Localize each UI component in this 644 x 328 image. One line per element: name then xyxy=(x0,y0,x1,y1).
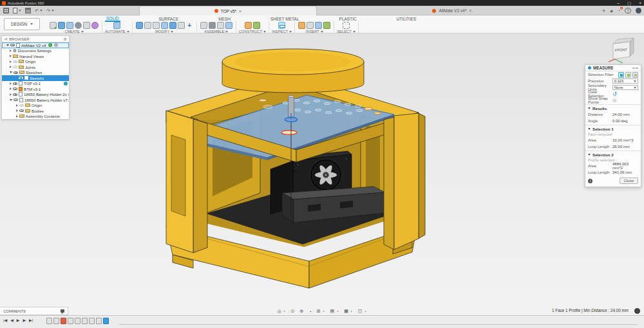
measure-highlight-red-circle[interactable] xyxy=(281,131,297,134)
grid-snaps-icon[interactable] xyxy=(344,309,353,314)
zoom-icon[interactable] xyxy=(308,309,311,314)
filter-body-icon[interactable] xyxy=(625,72,631,78)
new-tab-icon[interactable] xyxy=(602,8,605,14)
press-pull-icon[interactable] xyxy=(136,22,143,29)
browser-item-root[interactable]: AltMate V2 v4 xyxy=(2,42,69,48)
filter-face-icon[interactable] xyxy=(618,72,624,78)
step-forward-icon[interactable] xyxy=(23,318,26,322)
group-label[interactable]: MODIFY xyxy=(155,30,170,33)
visibility-eye-icon[interactable] xyxy=(13,82,17,85)
visibility-eye-icon[interactable] xyxy=(14,71,18,74)
create-sketch-icon[interactable] xyxy=(50,22,57,29)
comment-bubble-icon[interactable] xyxy=(61,309,64,313)
tab-sheet-metal[interactable]: SHEET METAL xyxy=(269,17,301,21)
viewcube[interactable]: FRONT xyxy=(607,33,640,67)
file-menu-icon[interactable] xyxy=(13,8,17,14)
dialog-grip-icon[interactable] xyxy=(632,68,638,69)
new-component-icon[interactable] xyxy=(200,22,207,29)
move-copy-icon[interactable]: + xyxy=(186,22,193,29)
group-label[interactable]: INSERT xyxy=(306,30,319,33)
browser-item-sub-origin[interactable]: Origin xyxy=(2,103,69,109)
secondary-units-dropdown[interactable]: None xyxy=(612,85,638,90)
visibility-eye-icon[interactable] xyxy=(19,104,24,107)
timeline-joint-icon[interactable] xyxy=(68,318,73,324)
clear-selection-icon[interactable] xyxy=(612,91,638,97)
timeline-component-icon[interactable] xyxy=(46,318,52,324)
loft-icon[interactable] xyxy=(83,22,90,29)
window-close-button[interactable] xyxy=(639,1,641,5)
group-label[interactable]: CONSTRUCT xyxy=(239,30,262,33)
look-at-icon[interactable] xyxy=(291,309,295,314)
insert-mesh-icon[interactable] xyxy=(315,22,322,29)
profile-avatar[interactable] xyxy=(636,8,641,14)
group-label[interactable]: SELECT xyxy=(337,30,352,33)
save-icon[interactable] xyxy=(25,8,31,14)
job-status-icon[interactable] xyxy=(634,308,640,314)
window-minimize-button[interactable] xyxy=(617,1,620,5)
window-maximize-button[interactable] xyxy=(627,1,631,6)
browser-item-sketch1[interactable]: Sketch1 xyxy=(2,75,69,81)
measure-tool-icon[interactable] xyxy=(278,22,285,29)
insert-image-icon[interactable] xyxy=(323,22,330,29)
visibility-eye-icon[interactable] xyxy=(14,98,18,101)
comments-bar[interactable]: COMMENTS xyxy=(0,307,68,315)
combine-icon[interactable] xyxy=(169,22,176,29)
tab-plastic[interactable]: PLASTIC xyxy=(338,17,358,21)
fit-icon[interactable] xyxy=(317,309,325,314)
tab-surface[interactable]: SURFACE xyxy=(158,17,180,21)
go-to-end-icon[interactable] xyxy=(29,318,33,322)
selection1-section-header[interactable]: Selection 1 xyxy=(585,126,641,132)
timeline-sketch-selected-icon[interactable] xyxy=(103,318,109,324)
tab-mesh[interactable]: MESH xyxy=(217,17,232,21)
model-3d-view[interactable] xyxy=(0,33,644,328)
selection2-section-header[interactable]: Selection 2 xyxy=(585,152,641,158)
visibility-eye-icon[interactable] xyxy=(10,44,15,46)
group-label[interactable]: INSPECT xyxy=(272,30,288,33)
redo-icon[interactable] xyxy=(46,8,50,14)
step-back-icon[interactable] xyxy=(10,318,14,322)
data-panel-icon[interactable] xyxy=(3,8,9,14)
snap-points-toggle-icon[interactable] xyxy=(612,98,638,103)
offset-plane-icon[interactable] xyxy=(245,22,252,29)
canvas-icon[interactable] xyxy=(307,22,314,29)
tab-utilities[interactable]: UTILITIES xyxy=(395,17,417,21)
browser-item-battery-holder[interactable]: 18650 Battery Holder v7:1 xyxy=(2,97,69,103)
browser-item-document-settings[interactable]: Document Settings xyxy=(2,48,69,54)
browser-item-origin[interactable]: Origin xyxy=(2,59,69,65)
shell-icon[interactable] xyxy=(161,22,168,29)
collapse-browser-icon[interactable] xyxy=(4,37,9,41)
help-icon[interactable] xyxy=(625,8,631,13)
select-tool-icon[interactable] xyxy=(343,22,350,29)
viewports-icon[interactable] xyxy=(358,309,367,314)
display-settings-icon[interactable] xyxy=(330,309,339,314)
timeline-component-icon[interactable] xyxy=(75,318,80,324)
document-tab-top[interactable]: TOP v5* xyxy=(139,6,317,15)
timeline-track[interactable] xyxy=(119,324,638,325)
sweep-icon[interactable] xyxy=(75,22,82,29)
visibility-eye-icon[interactable] xyxy=(13,60,17,63)
timeline-component-icon[interactable] xyxy=(53,318,59,324)
form-icon[interactable] xyxy=(91,22,99,29)
go-to-start-icon[interactable] xyxy=(3,318,7,322)
visibility-eye-icon[interactable] xyxy=(19,77,23,79)
decal-icon[interactable] xyxy=(298,22,305,29)
timeline-pin-icon[interactable] xyxy=(61,318,66,324)
workspace-switcher[interactable]: DESIGN xyxy=(4,18,40,30)
info-icon[interactable] xyxy=(588,179,592,183)
orbit-icon[interactable] xyxy=(278,309,286,314)
timeline-component-icon[interactable] xyxy=(82,318,88,324)
browser-item-bodies[interactable]: Bodies xyxy=(2,108,69,114)
visibility-eye-icon[interactable] xyxy=(13,87,17,90)
extrude-icon[interactable] xyxy=(58,22,65,29)
timeline-joint-icon[interactable] xyxy=(89,318,95,324)
browser-item-battery-holder-2x[interactable]: 18650 Battery Holder 2x v3:1 xyxy=(2,92,69,98)
browser-item-top-component[interactable]: TOP v3:1 xyxy=(2,81,69,87)
visibility-eye-icon[interactable] xyxy=(13,66,17,68)
automate-icon[interactable] xyxy=(113,22,120,29)
joint-icon[interactable] xyxy=(209,22,216,29)
close-tab-icon[interactable] xyxy=(469,8,471,13)
close-button[interactable]: Close xyxy=(620,178,638,184)
browser-item-joints[interactable]: Joints xyxy=(2,64,69,70)
rigid-group-icon[interactable] xyxy=(225,22,232,29)
browser-item-sketches[interactable]: Sketches xyxy=(2,70,69,76)
